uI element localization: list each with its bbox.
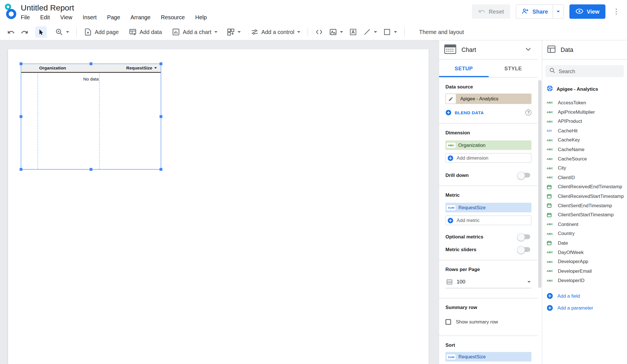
search-input[interactable] — [559, 68, 620, 74]
more-options-icon[interactable]: ⋮ — [611, 5, 622, 19]
redo-button[interactable] — [18, 26, 31, 37]
rows-per-page-select[interactable]: 100 — [446, 276, 531, 288]
field-row[interactable]: ABCApiPriceMultiplier — [542, 107, 627, 117]
field-row[interactable]: ABCCacheKey — [542, 136, 627, 145]
field-row[interactable]: ABCCacheSource — [542, 154, 627, 164]
datasource-row[interactable]: Apigee - Analytics — [542, 85, 627, 93]
edit-toolbar: Add page Add data Add a chart Add a cont… — [0, 24, 627, 41]
menu-help[interactable]: Help — [195, 14, 207, 20]
add-page-button[interactable]: Add page — [82, 26, 121, 37]
share-dropdown-button[interactable] — [553, 5, 564, 18]
menu-resource[interactable]: Resource — [161, 14, 185, 20]
menu-insert[interactable]: Insert — [83, 14, 97, 20]
select-tool-button[interactable] — [35, 26, 47, 37]
menu-arrange[interactable]: Arrange — [131, 14, 151, 20]
field-row[interactable]: Date — [542, 238, 627, 248]
selection-handle[interactable] — [160, 62, 162, 65]
main-area: Organization RequestSize No data — [0, 40, 627, 364]
add-parameter-button[interactable]: Add a parameter — [542, 302, 627, 314]
text-type-icon: ABC — [546, 251, 558, 254]
line-tool-button[interactable] — [361, 26, 380, 37]
menu-view[interactable]: View — [60, 14, 72, 20]
text-type-icon: ABC — [546, 157, 558, 160]
selection-handle[interactable] — [90, 62, 92, 65]
zoom-tool-button[interactable] — [53, 26, 71, 37]
scrollbar-thumb[interactable] — [538, 80, 541, 288]
field-row[interactable]: ABCCacheName — [542, 145, 627, 154]
show-summary-checkbox[interactable] — [446, 319, 451, 325]
theme-layout-button[interactable]: Theme and layout — [417, 26, 466, 37]
tab-style[interactable]: STYLE — [488, 60, 538, 77]
selection-handle[interactable] — [20, 168, 22, 171]
dimension-chip[interactable]: ABC Organization — [446, 140, 531, 150]
report-title[interactable]: Untitled Report — [21, 2, 207, 13]
add-dimension-button[interactable]: Add dimension — [446, 153, 531, 163]
field-row[interactable]: ABCCountry — [542, 229, 627, 238]
sort-label: Sort — [446, 342, 531, 348]
metric-sliders-row: Metric sliders — [446, 247, 531, 252]
embed-code-button[interactable] — [313, 26, 325, 37]
cursor-icon — [38, 29, 45, 35]
menu-page[interactable]: Page — [107, 14, 120, 20]
report-canvas[interactable]: Organization RequestSize No data — [0, 40, 439, 364]
image-tool-button[interactable] — [327, 26, 346, 37]
edit-datasource-button[interactable] — [446, 94, 456, 104]
add-chart-button[interactable]: Add a chart — [170, 26, 220, 37]
add-data-button[interactable]: Add data — [126, 26, 164, 37]
field-row[interactable]: ABCAccessToken — [542, 98, 627, 107]
tab-setup[interactable]: SETUP — [439, 60, 488, 77]
share-button[interactable]: Share — [516, 5, 553, 18]
add-field-button[interactable]: Add a field — [542, 290, 627, 302]
add-metric-button[interactable]: Add metric — [446, 215, 531, 225]
selection-handle[interactable] — [160, 115, 162, 118]
field-row[interactable]: ABCDeveloperEmail — [542, 266, 627, 276]
data-source-chip[interactable]: Apigee - Analytics — [446, 94, 531, 104]
drill-down-toggle[interactable] — [518, 173, 530, 177]
community-viz-icon — [226, 28, 234, 36]
field-row[interactable]: ClientReceivedEndTimestamp — [542, 182, 627, 192]
selection-handle[interactable] — [160, 168, 162, 171]
reset-button[interactable]: Reset — [472, 5, 511, 19]
data-panel-header: Data — [542, 40, 627, 60]
view-button[interactable]: View — [569, 5, 605, 19]
field-row[interactable]: ABCDayOfWeek — [542, 248, 627, 257]
chart-type-dropdown-button[interactable] — [524, 45, 533, 55]
field-row[interactable]: ABCDeveloperID — [542, 276, 627, 285]
dimension-section: Dimension ABC Organization Add dimension… — [439, 124, 538, 186]
field-row[interactable]: ClientSentEndTimestamp — [542, 201, 627, 210]
help-icon[interactable]: ? — [526, 110, 531, 116]
optional-metrics-toggle[interactable] — [518, 234, 530, 239]
undo-button[interactable] — [5, 26, 17, 37]
apigee-datasource-icon — [546, 85, 553, 93]
field-row[interactable]: ClientSentStartTimestamp — [542, 210, 627, 220]
field-row[interactable]: ABCContinent — [542, 220, 627, 229]
table-header-dimension[interactable]: Organization — [39, 65, 66, 70]
field-row[interactable]: ABCDeveloperApp — [542, 257, 627, 266]
selection-handle[interactable] — [20, 62, 22, 65]
menu-edit[interactable]: Edit — [40, 14, 50, 20]
metric-chip[interactable]: SUM RequestSize — [446, 203, 531, 212]
shape-tool-button[interactable] — [381, 26, 399, 37]
field-row[interactable]: ABCAPIProduct — [542, 117, 627, 126]
field-row[interactable]: 123CacheHit — [542, 126, 627, 136]
field-row[interactable]: ABCCity — [542, 164, 627, 173]
add-control-button[interactable]: Add a control — [248, 26, 303, 37]
metric-sliders-toggle[interactable] — [518, 247, 530, 252]
datastudio-logo[interactable] — [4, 3, 17, 21]
report-page[interactable]: Organization RequestSize No data — [8, 49, 429, 364]
blend-data-button[interactable]: BLEND DATA — [455, 110, 484, 115]
table-header-row: Organization RequestSize — [21, 64, 161, 73]
field-name: CacheHit — [558, 128, 578, 134]
field-row[interactable]: ClientReceivedStartTimestamp — [542, 192, 627, 201]
table-header-metric[interactable]: RequestSize — [126, 65, 157, 70]
menu-file[interactable]: File — [21, 14, 30, 20]
field-name: Country — [558, 231, 575, 236]
sort-chip[interactable]: SUM RequestSize — [446, 352, 531, 361]
selection-handle[interactable] — [20, 115, 22, 118]
selection-handle[interactable] — [90, 168, 92, 171]
community-visualizations-button[interactable] — [224, 26, 243, 37]
selected-table-chart[interactable]: Organization RequestSize No data — [21, 64, 161, 170]
field-row[interactable]: ABCClientID — [542, 173, 627, 182]
text-tool-button[interactable] — [347, 26, 359, 37]
data-panel-title: Data — [561, 46, 573, 53]
